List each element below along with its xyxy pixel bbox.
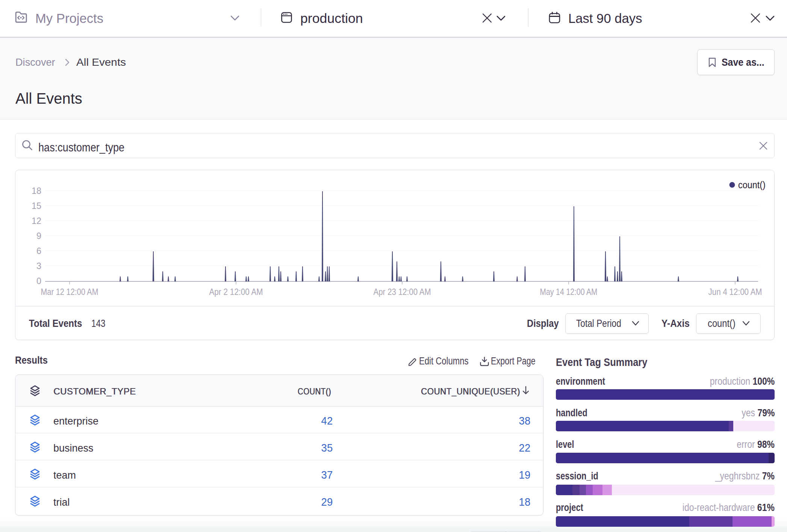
svg-text:18: 18 <box>32 186 41 196</box>
svg-text:Apr 23 12:00 AM: Apr 23 12:00 AM <box>374 287 431 297</box>
svg-text:May 14 12:00 AM: May 14 12:00 AM <box>540 287 598 297</box>
svg-text:3: 3 <box>36 261 41 271</box>
svg-text:Jun 4 12:00 AM: Jun 4 12:00 AM <box>708 287 762 297</box>
svg-text:12: 12 <box>32 216 41 226</box>
svg-text:Mar 12 12:00 AM: Mar 12 12:00 AM <box>41 287 98 297</box>
svg-text:6: 6 <box>36 246 41 256</box>
svg-text:Apr 2 12:00 AM: Apr 2 12:00 AM <box>209 287 263 297</box>
svg-text:0: 0 <box>36 276 41 286</box>
svg-text:15: 15 <box>32 201 41 211</box>
svg-text:9: 9 <box>36 231 41 241</box>
